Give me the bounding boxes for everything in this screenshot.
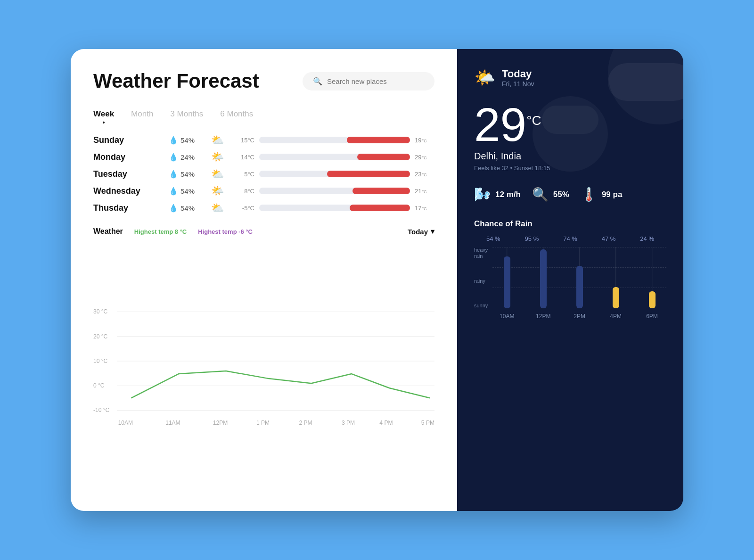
rain-bar-col <box>529 247 557 308</box>
pressure-stat: 🌡️ 99 pa <box>581 187 622 202</box>
chart-title: Weather <box>93 227 123 236</box>
temp-bar: -5°C 17°C <box>235 205 434 212</box>
temp-bar: 15°C 19°C <box>235 137 434 144</box>
today-text: Today Fri, 11 Nov <box>502 68 534 88</box>
rain-bar-navy <box>540 249 547 308</box>
svg-text:20 °C: 20 °C <box>93 333 108 340</box>
rain-bars-grid <box>492 247 666 308</box>
wind-icon: 🌬️ <box>474 187 491 202</box>
bar-track <box>259 171 410 177</box>
chart-area: 30 °C 20 °C 10 °C 0 °C -10 °C <box>93 243 434 494</box>
dropdown-icon: ▾ <box>431 227 434 236</box>
svg-text:2 PM: 2 PM <box>299 420 312 426</box>
bar-track <box>259 188 410 194</box>
temp-value: 29 <box>474 98 526 151</box>
svg-text:12PM: 12PM <box>213 420 228 426</box>
svg-text:10AM: 10AM <box>118 420 133 426</box>
wind-stat: 🌬️ 12 m/h <box>474 187 521 202</box>
weather-icon: ⛅ <box>211 134 235 146</box>
right-panel: 🌤️ Today Fri, 11 Nov 29°C Delhi, India F… <box>457 49 683 511</box>
tab-6months[interactable]: 6 Months <box>220 109 253 121</box>
table-row: Wednesday 💧 54% 🌤️ 8°C 21°C <box>93 185 434 197</box>
time-label-6pm: 6PM <box>638 313 666 320</box>
temp-bar: 5°C 23°C <box>235 171 434 178</box>
min-temp: 5°C <box>235 171 254 178</box>
rain-bar-col <box>638 247 666 308</box>
day-name: Sunday <box>93 135 169 145</box>
chart-header: Weather Highest temp 8 °C Highest temp -… <box>93 227 434 236</box>
humidity-stat: 🔍 55% <box>532 187 569 202</box>
rain-pct-3: 74 % <box>561 235 580 242</box>
max-temp: 21°C <box>415 188 434 195</box>
rain-pct: 54% <box>180 170 195 178</box>
left-panel: Weather Forecast 🔍 Week Month 3 Months 6… <box>71 49 457 511</box>
chart-today-dropdown[interactable]: Today ▾ <box>408 227 434 236</box>
rain-pct-1: 54 % <box>484 235 503 242</box>
temp-bar: 14°C 29°C <box>235 154 434 161</box>
tab-3months[interactable]: 3 Months <box>170 109 203 121</box>
rain-info: 💧 24% <box>169 153 211 162</box>
rain-level-labels: heavyrain rainy sunny <box>474 247 488 308</box>
legend-low: Highest temp -6 °C <box>198 228 253 235</box>
rain-pct-2: 95 % <box>522 235 541 242</box>
rain-icon: 💧 <box>169 153 178 162</box>
max-temp: 17°C <box>415 205 434 212</box>
rain-pct: 54% <box>180 187 195 195</box>
table-row: Monday 💧 24% 🌤️ 14°C 29°C <box>93 151 434 163</box>
table-row: Sunday 💧 54% ⛅ 15°C 19°C <box>93 134 434 146</box>
tab-month[interactable]: Month <box>131 109 153 121</box>
rain-bar-yellow <box>649 291 656 308</box>
rain-icon: 💧 <box>169 187 178 196</box>
forecast-table: Sunday 💧 54% ⛅ 15°C 19°C Monday <box>93 134 434 214</box>
search-box[interactable]: 🔍 <box>303 72 434 91</box>
min-temp: 15°C <box>235 137 254 144</box>
rain-pct: 24% <box>180 153 195 161</box>
day-name: Thusday <box>93 203 169 213</box>
search-input[interactable] <box>327 77 424 85</box>
weather-icon: 🌤️ <box>211 151 235 163</box>
svg-text:-10 °C: -10 °C <box>93 407 110 414</box>
svg-text:1 PM: 1 PM <box>256 420 270 426</box>
svg-text:3 PM: 3 PM <box>342 420 355 426</box>
temperature-display: 29°C <box>474 101 666 148</box>
rain-chart-body: heavyrain rainy sunny <box>474 247 666 320</box>
wind-value: 12 m/h <box>495 190 521 199</box>
day-name: Wednesday <box>93 186 169 196</box>
humidity-value: 55% <box>553 190 569 199</box>
bar-fill <box>357 154 410 160</box>
min-temp: 14°C <box>235 154 254 161</box>
search-icon: 🔍 <box>313 77 322 86</box>
weather-icon: ⛅ <box>211 168 235 180</box>
rain-percentages-row: 54 % 95 % 74 % 47 % 24 % <box>474 235 666 242</box>
rain-icon: 💧 <box>169 204 178 213</box>
bar-fill <box>347 137 410 143</box>
rain-info: 💧 54% <box>169 136 211 145</box>
chart-today-label: Today <box>408 228 428 236</box>
rain-level-sunny: sunny <box>474 303 488 308</box>
svg-text:0 °C: 0 °C <box>93 382 105 389</box>
weather-card: Weather Forecast 🔍 Week Month 3 Months 6… <box>71 49 683 511</box>
bar-track <box>259 205 410 211</box>
rain-level-rainy: rainy <box>474 278 488 284</box>
pressure-value: 99 pa <box>602 190 622 199</box>
day-name: Monday <box>93 152 169 162</box>
tab-week[interactable]: Week <box>93 109 114 121</box>
rain-level-heavy: heavyrain <box>474 247 488 259</box>
time-label-4pm: 4PM <box>601 313 630 320</box>
rain-info: 💧 54% <box>169 170 211 179</box>
rain-pct-5: 24 % <box>638 235 656 242</box>
rain-time-labels-row: 10AM 12PM 2PM 4PM 6PM <box>492 313 666 320</box>
svg-text:30 °C: 30 °C <box>93 308 108 315</box>
max-temp: 29°C <box>415 154 434 161</box>
humidity-icon: 🔍 <box>532 187 549 202</box>
header-row: Weather Forecast 🔍 <box>93 70 434 92</box>
weather-icon: ⛅ <box>211 202 235 214</box>
bar-track <box>259 154 410 160</box>
min-temp: 8°C <box>235 188 254 195</box>
min-temp: -5°C <box>235 205 254 212</box>
big-temp: 29°C <box>474 98 541 151</box>
app-title: Weather Forecast <box>93 70 259 92</box>
bar-track <box>259 137 410 143</box>
time-label-2pm: 2PM <box>565 313 594 320</box>
rain-bar-col <box>492 247 521 308</box>
